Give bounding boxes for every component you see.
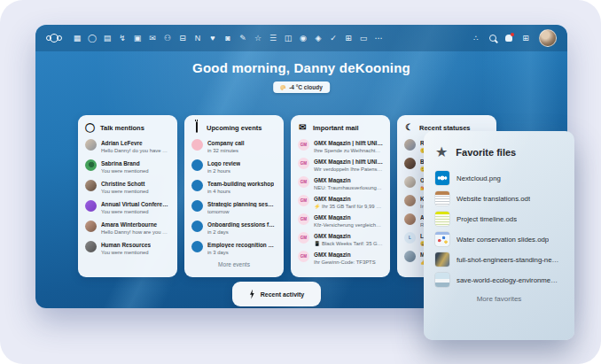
item-title: Human Resources [101, 242, 151, 248]
list-item[interactable]: Onboarding sessions for new …in 2 days [191, 221, 277, 235]
widget-header: Upcoming events [191, 123, 277, 132]
list-item[interactable]: GM GMX MagazinNEU: Traumhausverlosung in… [298, 176, 383, 190]
text-editor-icon[interactable]: ✎ [238, 35, 247, 43]
item-title: GMX Magazin [314, 196, 383, 202]
event-dot [191, 159, 203, 171]
external-app-icon[interactable]: ◈ [314, 35, 323, 43]
item-title: Employee recognition day [207, 242, 277, 248]
file-thumbnail [435, 171, 449, 185]
notes-icon[interactable]: N [193, 35, 202, 43]
more-favorites-link[interactable]: More favorites [435, 295, 563, 303]
list-item[interactable]: Team-building workshopin 4 hours [191, 180, 277, 194]
list-item[interactable]: Strategic planning sessionstomorrow [191, 200, 277, 214]
favorite-file-item[interactable]: Website translations.odt [435, 191, 563, 205]
lightning-icon [249, 290, 255, 299]
favorite-file-item[interactable]: Nextcloud.png [435, 171, 563, 185]
collectives-icon[interactable]: ☆ [254, 35, 262, 43]
user-avatar[interactable] [539, 29, 557, 47]
calendar-icon[interactable]: ⊟ [178, 35, 187, 43]
item-subtitle: 📱 Black Weeks Tarif: 35 GB Ha… [314, 241, 383, 246]
file-name: Website translations.odt [457, 195, 530, 203]
list-item[interactable]: Sabrina BrandYou were mentioned [85, 159, 170, 174]
photos-icon[interactable]: ▣ [133, 35, 142, 43]
list-item[interactable]: GM GMX Magazin | hilft UNICEFWir verdopp… [298, 158, 383, 172]
favorite-file-item[interactable]: save-world-ecology-environme… [435, 273, 563, 287]
avatar [404, 213, 416, 225]
status-moon-icon: ☾ [404, 123, 414, 132]
sender-avatar: GM [298, 213, 309, 225]
contacts-icon[interactable]: ⚇ [163, 35, 172, 43]
list-item[interactable]: Christine SchottYou were mentioned [85, 180, 170, 194]
nextcloud-logo-icon[interactable] [46, 34, 62, 43]
list-item[interactable]: Employee recognition dayin 3 days [191, 241, 277, 255]
item-subtitle: in 4 hours [207, 189, 274, 194]
more-events-link[interactable]: More events [191, 261, 277, 267]
list-item[interactable]: GM GMX MagazinKfz-Versicherung vergleich… [298, 213, 383, 228]
recent-activity-button[interactable]: Recent activity [232, 282, 321, 306]
sender-avatar: GM [298, 251, 309, 262]
mail-widget-icon: ✉ [298, 123, 308, 132]
app-menu: ▦ ◯ ▤ ↯ ▣ ✉ ⚇ ⊟ N ♥ ◙ ✎ ☆ ☰ ◫ ◉ ◈ ✓ ⊞ ▭ [73, 35, 383, 43]
event-dot [191, 241, 203, 252]
avatar [404, 176, 416, 188]
list-item[interactable]: GM GMX Magazin | hilft UNICEFIhre Spende… [298, 139, 383, 153]
passwords-icon[interactable]: ◙ [223, 35, 232, 43]
item-title: Annual Virtual Conference [101, 201, 170, 207]
upcoming-events-widget: Upcoming events Company callin 32 minute… [184, 115, 284, 277]
list-item[interactable]: GM GMX MagazinIhr Gewinn-Code: TF3PTS [298, 251, 383, 265]
favorite-file-item[interactable]: Water conservation slides.odp [435, 232, 563, 246]
notifications-bell-icon[interactable] [505, 35, 512, 42]
panel-title: Favorite files [456, 147, 516, 158]
contacts-menu-icon[interactable]: ⊞ [521, 35, 530, 43]
sender-avatar: GM [298, 158, 309, 169]
analytics-icon[interactable]: ◫ [284, 35, 293, 43]
list-item[interactable]: GM GMX Magazin⚡ Ihr 35 GB Tarif für 9,99… [298, 195, 383, 209]
topbar-right-actions: ∴ ⊞ [472, 29, 557, 47]
tables-icon[interactable]: ⊞ [344, 35, 353, 43]
mail-icon[interactable]: ✉ [148, 35, 157, 43]
item-subtitle: in 32 minutes [207, 148, 245, 153]
office-icon[interactable]: ▭ [359, 35, 368, 43]
share-icon[interactable]: ∴ [472, 35, 480, 43]
talk-widget-icon: ◯ [85, 123, 95, 132]
weather-label: -4 °C cloudy [289, 84, 323, 90]
avatar [85, 241, 97, 252]
list-item[interactable]: Logo reviewin 2 hours [191, 159, 277, 174]
activity-icon[interactable]: ↯ [118, 35, 127, 43]
item-subtitle: tomorrow [207, 209, 277, 214]
avatar [85, 180, 97, 191]
avatar [404, 139, 416, 151]
talk-icon[interactable]: ◯ [88, 35, 97, 43]
search-icon[interactable] [489, 35, 496, 42]
weather-status-button[interactable]: -4 °C cloudy [273, 81, 330, 93]
list-item[interactable]: Company callin 32 minutes [191, 139, 277, 153]
item-title: GMX Magazin | hilft UNICEF [314, 140, 383, 146]
maps-icon[interactable]: ◉ [299, 35, 308, 43]
item-title: Sabrina Brand [101, 160, 149, 167]
more-apps-icon[interactable]: ⋯ [374, 35, 383, 43]
files-icon[interactable]: ▤ [103, 35, 112, 43]
list-item[interactable]: Amara WinterbourneHello Danny! how are y… [85, 221, 170, 235]
avatar [404, 195, 416, 206]
item-subtitle: Wir verdoppeln Ihre Patenspen… [314, 167, 383, 172]
list-item[interactable]: GM GMX Magazin📱 Black Weeks Tarif: 35 GB… [298, 232, 383, 246]
item-title: Strategic planning sessions [207, 201, 277, 207]
item-title: Onboarding sessions for new … [207, 221, 277, 228]
favorite-file-item[interactable]: full-shot-engineers-standing-ne… [435, 252, 563, 267]
file-thumbnail [435, 252, 449, 267]
file-name: Nextcloud.png [457, 174, 501, 182]
dashboard-icon[interactable]: ▦ [73, 35, 82, 43]
list-item[interactable]: Annual Virtual ConferenceYou were mentio… [85, 200, 170, 214]
list-item[interactable]: Adrian LeFevreHello Danny! do you have a… [85, 139, 170, 153]
list-item[interactable]: Human ResourcesYou were mentioned [85, 241, 170, 255]
widget-title: Talk mentions [100, 124, 144, 132]
item-title: Team-building workshop [207, 181, 274, 187]
sender-avatar: GM [298, 139, 309, 151]
health-icon[interactable]: ♥ [208, 35, 217, 43]
tasks-icon[interactable]: ✓ [329, 35, 338, 43]
talk-mentions-widget: ◯ Talk mentions Adrian LeFevreHello Dann… [78, 115, 177, 277]
deck-icon[interactable]: ☰ [269, 35, 277, 43]
item-subtitle: Kfz-Versicherung vergleichen +… [314, 222, 383, 228]
favorite-file-item[interactable]: Project timeline.ods [435, 212, 563, 226]
widget-title: Upcoming events [207, 124, 262, 132]
